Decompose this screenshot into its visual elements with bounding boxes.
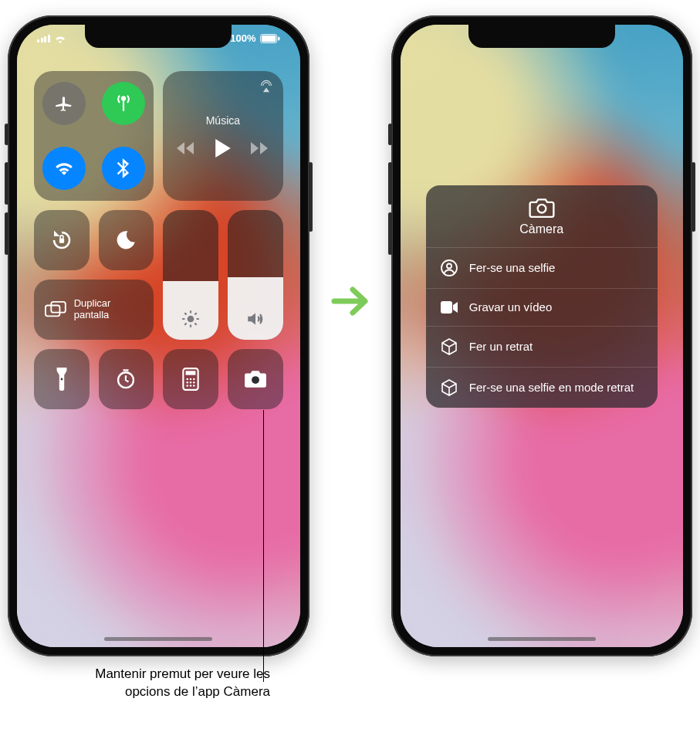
play-button[interactable]: [215, 139, 231, 158]
timer-button[interactable]: [99, 349, 154, 409]
cube-icon: [440, 337, 458, 356]
callout-leader-line: [263, 410, 264, 682]
airplane-icon: [54, 93, 74, 114]
svg-point-7: [60, 378, 63, 381]
bluetooth-icon: [115, 158, 132, 178]
camera-icon: [244, 370, 267, 388]
svg-rect-24: [441, 301, 452, 314]
previous-track-button[interactable]: [177, 141, 195, 155]
phone-volume-down: [5, 212, 8, 255]
selfie-icon: [440, 259, 458, 277]
control-center: Música: [34, 71, 283, 409]
svg-point-23: [447, 264, 451, 269]
orientation-lock-toggle[interactable]: [34, 210, 90, 270]
svg-rect-10: [186, 371, 196, 375]
svg-point-19: [193, 385, 195, 387]
wifi-status-icon: [54, 34, 66, 43]
svg-point-13: [193, 378, 195, 381]
cellular-data-toggle[interactable]: [102, 82, 145, 125]
flashlight-icon: [56, 368, 68, 391]
phone-right: Càmera Fer-se una selfie Gravar un vídeo…: [391, 15, 693, 656]
action-take-portrait-selfie[interactable]: Fer-se una selfie en mode retrat: [426, 367, 658, 408]
action-take-selfie[interactable]: Fer-se una selfie: [426, 247, 658, 288]
brightness-slider[interactable]: [163, 210, 218, 340]
home-indicator[interactable]: [488, 637, 596, 641]
screen-mirroring-icon: [45, 300, 66, 319]
media-title-label: Música: [206, 114, 240, 127]
home-indicator[interactable]: [104, 637, 212, 641]
orientation-lock-icon: [50, 229, 73, 252]
cellular-antenna-icon: [113, 93, 134, 114]
svg-point-18: [190, 385, 192, 387]
do-not-disturb-toggle[interactable]: [99, 210, 154, 270]
callout-text: Mantenir premut per veure les opcions de…: [69, 666, 270, 701]
transition-arrow-icon: [331, 285, 370, 317]
battery-icon: [260, 34, 280, 43]
media-controls-group[interactable]: Música: [163, 71, 282, 201]
action-label: Gravar un vídeo: [469, 300, 553, 314]
brightness-icon: [181, 309, 201, 329]
flashlight-button[interactable]: [34, 349, 90, 409]
svg-rect-6: [51, 302, 65, 313]
volume-slider[interactable]: [228, 210, 283, 340]
volume-icon: [245, 309, 265, 329]
moon-icon: [115, 229, 137, 251]
phone-volume-down: [388, 212, 392, 255]
svg-rect-3: [59, 239, 64, 243]
wifi-toggle[interactable]: [42, 147, 86, 190]
video-icon: [440, 300, 458, 315]
svg-point-20: [252, 376, 259, 384]
camera-button[interactable]: [228, 349, 283, 409]
screen-mirroring-label: Duplicar pantalla: [74, 298, 144, 321]
camera-popup-title: Càmera: [519, 222, 563, 236]
wifi-icon: [54, 158, 74, 178]
svg-point-11: [186, 378, 188, 381]
svg-point-4: [188, 316, 194, 323]
phone-notch: [85, 25, 232, 48]
svg-point-16: [193, 381, 195, 384]
cellular-signal-icon: [37, 35, 50, 42]
phone-mute-switch: [388, 124, 392, 145]
svg-rect-2: [278, 36, 279, 40]
camera-icon: [529, 198, 555, 218]
camera-quick-actions-popup: Càmera Fer-se una selfie Gravar un vídeo…: [426, 185, 658, 408]
svg-point-15: [190, 381, 192, 384]
phone-mute-switch: [5, 124, 8, 145]
action-label: Fer-se una selfie en mode retrat: [469, 381, 634, 395]
phone-volume-up: [388, 162, 392, 205]
battery-percent-label: 100%: [230, 32, 255, 44]
phone-volume-up: [5, 162, 8, 205]
screen-mirroring-button[interactable]: Duplicar pantalla: [34, 280, 154, 340]
phone-side-button: [309, 162, 313, 232]
svg-point-21: [537, 205, 546, 213]
svg-point-14: [186, 381, 188, 384]
svg-rect-1: [261, 35, 275, 41]
calculator-icon: [182, 368, 199, 391]
svg-point-17: [186, 385, 188, 387]
airplane-mode-toggle[interactable]: [42, 82, 86, 125]
action-label: Fer-se una selfie: [469, 261, 556, 275]
svg-rect-5: [46, 305, 59, 316]
phone-side-button: [692, 162, 695, 232]
bluetooth-toggle[interactable]: [102, 147, 145, 190]
calculator-button[interactable]: [163, 349, 218, 409]
action-take-portrait[interactable]: Fer un retrat: [426, 326, 658, 367]
airplay-icon[interactable]: [259, 79, 274, 93]
cube-icon: [440, 378, 458, 397]
phone-screen: Càmera Fer-se una selfie Gravar un vídeo…: [401, 25, 684, 647]
phone-screen: 100%: [17, 25, 300, 647]
timer-icon: [115, 368, 137, 390]
action-record-video[interactable]: Gravar un vídeo: [426, 288, 658, 326]
next-track-button[interactable]: [251, 141, 269, 155]
svg-point-12: [190, 378, 192, 381]
phone-notch: [468, 25, 615, 48]
action-label: Fer un retrat: [469, 340, 533, 354]
connectivity-group[interactable]: [34, 71, 154, 201]
